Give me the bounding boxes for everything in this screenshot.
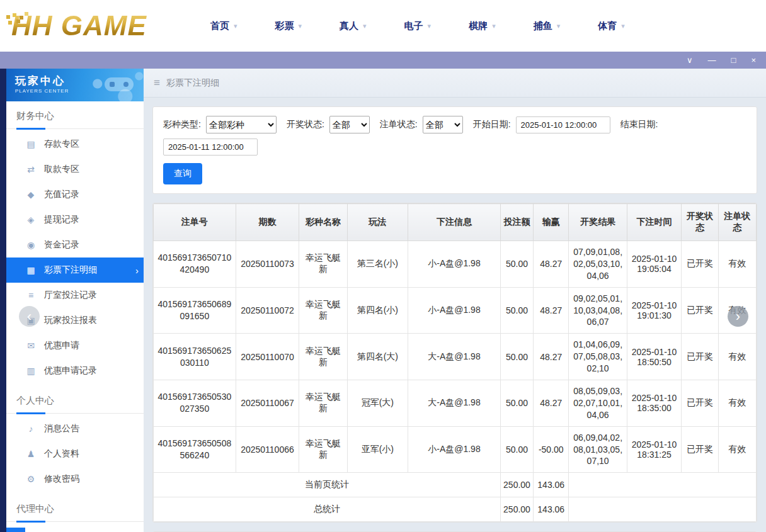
nav-item-board-games[interactable]: 棋牌 ▾	[469, 20, 496, 32]
nav-item-label: 体育	[598, 20, 617, 32]
personal-menu: ♪ 消息公告 ♟ 个人资料 ⚙ 修改密码	[6, 414, 144, 494]
promo-icon: ✉	[25, 341, 37, 351]
page-summary-label: 当前页统计	[154, 473, 501, 497]
sidebar-item-profile[interactable]: ♟ 个人资料	[6, 441, 144, 467]
brand-logo[interactable]: HH GAME	[0, 10, 189, 42]
col-header-order-status: 注单状态	[718, 204, 756, 241]
sidebar-item-label: 个人资料	[44, 448, 79, 460]
sidebar-item-recharge-record[interactable]: ◆ 充值记录	[6, 182, 144, 207]
bet-table: 注单号 期数 彩种名称 玩法 下注信息 投注额 输赢 开奖结果 下注时间 开奖状…	[153, 203, 757, 522]
nav-item-live[interactable]: 真人 ▾	[340, 20, 367, 32]
table-row: 401569173650625030110 20250110070 幸运飞艇新 …	[154, 334, 757, 380]
draw-status-cell: 已开奖	[682, 334, 718, 380]
col-header-bet-info: 下注信息	[408, 204, 501, 241]
sidebar-item-label: 充值记录	[44, 189, 79, 200]
amount-cell: 50.00	[500, 241, 533, 288]
sidebar-item-label: 修改密码	[44, 473, 79, 485]
chevron-down-icon: ▾	[428, 22, 432, 30]
sidebar-bottom-accent	[6, 528, 25, 532]
nav-item-sports[interactable]: 体育 ▾	[598, 20, 625, 32]
start-date-input[interactable]	[516, 116, 610, 133]
recharge-icon: ◆	[25, 190, 37, 200]
scroll-left-button[interactable]: ‹	[19, 306, 40, 327]
result-cell: 01,04,06,09,07,05,08,03,02,10	[569, 334, 627, 380]
sidebar-section-agent: 代理中心	[6, 494, 144, 522]
period-cell: 20250110070	[236, 334, 299, 380]
sidebar-item-label: 存款专区	[44, 139, 79, 150]
logo-decoration	[6, 15, 10, 19]
page-summary-empty	[569, 473, 757, 497]
play-cell: 第四名(小)	[347, 287, 408, 334]
table-row: 401569173650508566240 20250110066 幸运飞艇新 …	[154, 426, 757, 473]
main-content: ≡ 彩票下注明细 彩种类型: 全部彩种 开奖状态: 全部 注单状态: 全部	[144, 69, 766, 532]
bet-info-cell: 小-A盘@1.98	[408, 241, 501, 288]
sidebar-section-personal: 个人中心	[6, 386, 144, 414]
lottery-cell: 幸运飞艇新	[299, 380, 347, 427]
bet-id-cell: 401569173650508566240	[154, 426, 236, 473]
result-cell: 08,05,09,03,02,07,10,01,04,06	[569, 380, 627, 427]
total-summary-label: 总统计	[154, 497, 501, 522]
result-cell: 09,02,05,01,10,03,04,08,06,07	[569, 287, 627, 334]
period-cell: 20250110067	[236, 380, 299, 427]
gear-icon: ⚙	[25, 474, 37, 484]
period-cell: 20250110073	[236, 241, 299, 288]
lottery-cell: 幸运飞艇新	[299, 241, 347, 288]
amount-cell: 50.00	[500, 380, 533, 427]
sidebar-item-promo-apply-record[interactable]: ▥ 优惠申请记录	[6, 358, 144, 383]
bet-time-cell: 2025-01-10 18:50:50	[627, 334, 681, 380]
promo-record-icon: ▥	[25, 366, 37, 376]
sidebar-item-label: 消息公告	[44, 423, 79, 434]
nav-item-fishing[interactable]: 捕鱼 ▾	[534, 20, 561, 32]
sidebar-item-deposit[interactable]: ▤ 存款专区	[6, 132, 144, 157]
draw-status-select[interactable]: 全部	[329, 116, 370, 133]
player-center-banner: 玩家中心 PLAYERS CENTER	[6, 69, 144, 101]
col-header-period: 期数	[236, 204, 299, 241]
scroll-right-button[interactable]: ›	[728, 306, 748, 327]
lottery-cell: 幸运飞艇新	[299, 426, 347, 473]
result-cell: 06,09,04,02,08,01,03,05,07,10	[569, 426, 627, 473]
sidebar-item-withdraw[interactable]: ⇄ 取款专区	[6, 157, 144, 182]
col-header-amount: 投注额	[500, 204, 533, 241]
bet-id-cell: 401569173650530027350	[154, 380, 236, 427]
winloss-cell: 48.27	[534, 380, 569, 427]
draw-status-cell: 已开奖	[682, 380, 718, 427]
chevron-down-icon: ▾	[557, 22, 561, 30]
end-date-input[interactable]	[163, 139, 258, 156]
search-button[interactable]: 查询	[163, 163, 202, 184]
window-close-icon[interactable]: ×	[751, 56, 756, 64]
scroll-right-icon: ›	[736, 310, 740, 324]
sidebar-item-label: 资金记录	[44, 239, 79, 251]
page-summary-winloss: 143.06	[534, 473, 569, 497]
winloss-cell: 48.27	[534, 334, 569, 380]
window-titlebar: ∨ — □ ×	[0, 52, 766, 69]
order-status-label: 注单状态:	[380, 119, 418, 130]
play-cell: 第三名(小)	[347, 241, 408, 288]
sidebar-item-promo-apply[interactable]: ✉ 优惠申请	[6, 333, 144, 358]
play-cell: 亚军(小)	[347, 426, 408, 473]
page-title: 彩票下注明细	[166, 77, 219, 89]
filter-row: 彩种类型: 全部彩种 开奖状态: 全部 注单状态: 全部 开始日期: 结束日期:	[163, 116, 746, 156]
window-maximize-icon[interactable]: □	[731, 56, 736, 64]
lottery-type-select[interactable]: 全部彩种	[206, 116, 277, 133]
chevron-down-icon: ▾	[492, 22, 496, 30]
nav-item-home[interactable]: 首页 ▾	[210, 20, 237, 32]
menu-icon[interactable]: ≡	[154, 77, 160, 89]
sidebar-item-change-password[interactable]: ⚙ 修改密码	[6, 467, 144, 492]
page-summary-amount: 250.00	[500, 473, 533, 497]
sidebar-item-funds-record[interactable]: ◉ 资金记录	[6, 232, 144, 258]
total-summary-empty	[569, 497, 757, 522]
window-collapse-icon[interactable]: ∨	[687, 56, 693, 64]
bet-id-cell: 401569173650625030110	[154, 334, 236, 380]
col-header-result: 开奖结果	[569, 204, 627, 241]
window-minimize-icon[interactable]: —	[708, 56, 716, 64]
nav-item-slots[interactable]: 电子 ▾	[404, 20, 432, 32]
order-status-select[interactable]: 全部	[423, 116, 463, 133]
nav-item-lottery[interactable]: 彩票 ▾	[275, 20, 302, 32]
sidebar-item-lottery-bet-detail[interactable]: ▦ 彩票下注明细 ›	[6, 258, 144, 283]
sidebar-item-messages[interactable]: ♪ 消息公告	[6, 416, 144, 441]
sidebar-item-label: 厅室投注记录	[44, 290, 97, 301]
transfer-icon: ⇄	[25, 164, 37, 174]
chevron-down-icon: ▾	[234, 22, 237, 30]
sidebar-item-withdraw-record[interactable]: ◈ 提现记录	[6, 207, 144, 232]
sidebar-item-hall-bet-record[interactable]: ≡ 厅室投注记录	[6, 283, 144, 308]
